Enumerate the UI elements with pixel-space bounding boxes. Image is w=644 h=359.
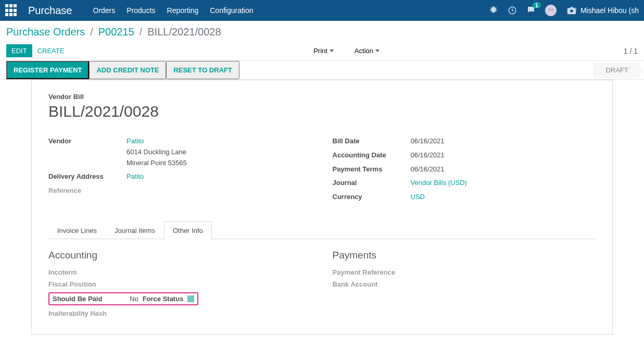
payment-terms-label: Payment Terms: [333, 164, 411, 173]
force-status-checkbox[interactable]: [187, 295, 194, 302]
force-status-label: Force Status: [143, 295, 184, 303]
payments-heading: Payments: [333, 250, 596, 261]
user-name: Mishael Hibou (sh: [580, 6, 639, 15]
bug-icon[interactable]: [489, 6, 498, 15]
vendor-label: Vendor: [48, 136, 127, 145]
accounting-heading: Accounting: [48, 250, 312, 261]
app-name[interactable]: Purchase: [28, 5, 72, 17]
svg-point-4: [552, 9, 552, 10]
user-menu[interactable]: Mishael Hibou (sh: [566, 5, 639, 16]
vendor-addr2: Mineral Point 53565: [127, 159, 187, 167]
should-be-paid-label: Should Be Paid: [53, 295, 125, 303]
reset-to-draft-button[interactable]: RESET TO DRAFT: [166, 61, 239, 79]
menu-reporting[interactable]: Reporting: [167, 6, 199, 15]
should-be-paid-highlight: Should Be Paid No Force Status: [48, 292, 198, 305]
breadcrumb-current: BILL/2021/0028: [147, 26, 221, 38]
menu-products[interactable]: Products: [127, 6, 155, 15]
journal-link[interactable]: Vendor Bills (USD): [411, 179, 467, 187]
create-button[interactable]: CREATE: [32, 44, 70, 57]
delivery-label: Delivery Address: [48, 171, 127, 180]
pager[interactable]: 1 / 1: [624, 47, 638, 55]
accounting-date-value: 06/16/2021: [411, 150, 596, 161]
status-draft[interactable]: DRAFT: [594, 62, 638, 78]
bank-account-label: Bank Account: [333, 280, 411, 288]
currency-link[interactable]: USD: [411, 193, 425, 201]
owl-avatar-icon[interactable]: [545, 5, 557, 16]
print-dropdown[interactable]: Print: [308, 44, 339, 57]
accounting-date-label: Accounting Date: [333, 150, 411, 159]
incoterm-label: Incoterm: [48, 268, 127, 276]
vendor-link[interactable]: Patito: [127, 137, 144, 145]
bill-date-label: Bill Date: [333, 136, 411, 145]
messaging-icon[interactable]: 1: [526, 5, 536, 16]
doc-title: BILL/2021/0028: [48, 103, 596, 120]
svg-point-3: [549, 9, 550, 10]
apps-launcher-icon[interactable]: [5, 4, 18, 17]
should-be-paid-value: No: [130, 295, 138, 303]
inalterability-label: Inalterability Hash: [48, 310, 127, 317]
payment-reference-label: Payment Reference: [333, 268, 411, 276]
menu-orders[interactable]: Orders: [93, 6, 116, 15]
tab-other-info[interactable]: Other Info: [164, 221, 212, 239]
journal-label: Journal: [333, 178, 411, 187]
register-payment-button[interactable]: REGISTER PAYMENT: [6, 61, 89, 79]
clock-icon[interactable]: [508, 6, 517, 15]
menu-configuration[interactable]: Configuration: [210, 6, 253, 15]
camera-icon: [566, 5, 577, 16]
chat-count: 1: [533, 2, 541, 8]
breadcrumb-purchase-orders[interactable]: Purchase Orders: [6, 26, 85, 38]
edit-button[interactable]: EDIT: [6, 44, 32, 57]
delivery-link[interactable]: Patito: [127, 172, 144, 180]
breadcrumb-p00215[interactable]: P00215: [98, 26, 134, 38]
doc-type-label: Vendor Bill: [48, 93, 596, 101]
action-dropdown[interactable]: Action: [349, 44, 385, 57]
payment-terms-value: 06/16/2021: [411, 164, 596, 175]
fiscal-position-label: Fiscal Position: [48, 280, 127, 288]
bill-date-value: 06/16/2021: [411, 136, 596, 147]
add-credit-note-button[interactable]: ADD CREDIT NOTE: [89, 61, 166, 79]
svg-point-5: [570, 9, 573, 13]
tab-invoice-lines[interactable]: Invoice Lines: [48, 221, 106, 239]
vendor-addr1: 6014 Duckling Lane: [127, 148, 186, 156]
currency-label: Currency: [333, 192, 411, 201]
reference-label: Reference: [48, 185, 127, 194]
tab-journal-items[interactable]: Journal Items: [106, 221, 164, 239]
breadcrumb: Purchase Orders / P00215 / BILL/2021/002…: [6, 26, 638, 38]
